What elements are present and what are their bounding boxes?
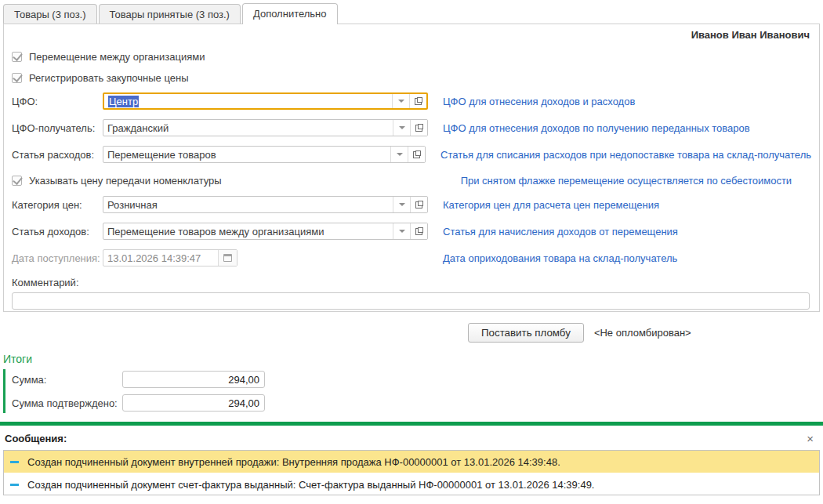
cfo-field[interactable]: Центр: [103, 92, 428, 110]
cfo-receiver-value[interactable]: Гражданский: [103, 120, 393, 136]
totals-section: Сумма: 294,00 Сумма подтверждено: 294,00: [3, 369, 823, 413]
seal-status: <Не опломбирован>: [594, 327, 691, 339]
cfo-receiver-label: ЦФО-получатель:: [12, 122, 103, 134]
checkbox-label: Перемещение между организациями: [29, 51, 205, 63]
open-icon: [415, 124, 423, 132]
message-row[interactable]: Создан подчиненный документ внутренней п…: [4, 451, 819, 473]
checkbox-checked-icon: [12, 73, 22, 83]
expense-item-open-button[interactable]: [408, 147, 425, 162]
receipt-date-calendar-button: [218, 250, 237, 266]
expense-item-field[interactable]: Перемещение товаров: [103, 146, 426, 163]
price-category-dropdown-button[interactable]: [393, 197, 410, 212]
checkbox-move-between-orgs[interactable]: Перемещение между организациями: [12, 51, 811, 62]
income-item-label: Статья доходов:: [12, 226, 103, 237]
price-category-hint: Категория цен для расчета цен перемещени…: [443, 199, 659, 211]
responsible-person: Иванов Иван Иванович: [12, 29, 811, 41]
tab-additional[interactable]: Дополнительно: [242, 3, 338, 24]
cfo-receiver-field[interactable]: Гражданский: [103, 119, 428, 136]
chevron-down-icon: [398, 100, 404, 103]
income-item-hint: Статья для начисления доходов от перемещ…: [443, 226, 678, 237]
tab-goods-accepted[interactable]: Товары принятые (3 поз.): [99, 4, 241, 24]
checkbox-label: Регистрировать закупочные цены: [29, 72, 188, 84]
income-item-dropdown-button[interactable]: [393, 223, 410, 239]
income-item-open-button[interactable]: [410, 223, 427, 239]
expense-item-hint: Статья для списания расходов при недопос…: [441, 149, 811, 161]
chevron-down-icon: [397, 153, 403, 156]
message-text: Создан подчиненный документ внутренней п…: [27, 456, 560, 468]
checkbox-label: Указывать цену передачи номенклатуры: [29, 175, 222, 187]
message-row[interactable]: Создан подчиненный документ счет-фактура…: [4, 473, 819, 495]
tab-goods[interactable]: Товары (3 поз.): [3, 4, 97, 24]
open-icon: [413, 150, 421, 158]
cfo-dropdown-button[interactable]: [392, 94, 409, 108]
price-category-open-button[interactable]: [410, 197, 427, 212]
cfo-label: ЦФО:: [12, 96, 103, 107]
sum-confirmed-label: Сумма подтверждено:: [12, 397, 122, 409]
cfo-receiver-hint: ЦФО для отнесения доходов по получению п…: [443, 122, 750, 134]
expense-item-value[interactable]: Перемещение товаров: [103, 147, 390, 162]
open-icon: [415, 97, 422, 105]
close-icon[interactable]: ×: [807, 434, 814, 444]
chevron-down-icon: [399, 230, 405, 233]
receipt-date-label: Дата поступления:: [12, 252, 103, 264]
comment-label: Комментарий:: [12, 277, 811, 288]
messages-title: Сообщения:: [5, 433, 67, 444]
comment-input[interactable]: [12, 292, 810, 310]
receipt-date-hint: Дата оприходования товара на склад-получ…: [443, 252, 677, 264]
open-icon: [415, 201, 423, 208]
messages-list: Создан подчиненный документ внутренней п…: [3, 450, 820, 495]
message-dash-icon: [10, 461, 19, 463]
cfo-hint: ЦФО для отнесения доходов и расходов: [443, 96, 635, 107]
sum-value: 294,00: [122, 371, 265, 388]
checkbox-checked-icon: [12, 176, 22, 186]
price-category-field[interactable]: Розничная: [103, 196, 428, 213]
receipt-date-field: 13.01.2026 14:39:47: [103, 249, 237, 267]
specify-transfer-price-hint: При снятом флажке перемещение осуществля…: [461, 175, 792, 187]
expense-item-dropdown-button[interactable]: [390, 147, 408, 162]
checkbox-register-purchase-prices[interactable]: Регистрировать закупочные цены: [12, 72, 811, 83]
cfo-open-button[interactable]: [409, 94, 426, 108]
message-text: Создан подчиненный документ счет-фактура…: [27, 479, 594, 491]
calendar-icon: [223, 254, 232, 262]
sum-confirmed-value: 294,00: [122, 394, 265, 412]
sum-label: Сумма:: [12, 374, 122, 386]
checkbox-specify-transfer-price[interactable]: Указывать цену передачи номенклатуры При…: [12, 175, 811, 186]
cfo-value[interactable]: Центр: [104, 94, 392, 108]
receipt-date-value: 13.01.2026 14:39:47: [103, 250, 218, 266]
chevron-down-icon: [399, 203, 405, 206]
cfo-receiver-dropdown-button[interactable]: [393, 120, 410, 136]
price-category-label: Категория цен:: [12, 199, 103, 211]
totals-title: Итоги: [3, 353, 823, 365]
set-seal-button[interactable]: Поставить пломбу: [468, 323, 584, 343]
selected-text: Центр: [108, 96, 139, 107]
expense-item-label: Статья расходов:: [12, 149, 103, 161]
chevron-down-icon: [399, 126, 405, 129]
additional-tab-panel: Иванов Иван Иванович Перемещение между о…: [3, 24, 820, 312]
tab-bar: Товары (3 поз.) Товары принятые (3 поз.)…: [0, 0, 823, 24]
open-icon: [415, 227, 423, 235]
income-item-value[interactable]: Перемещение товаров между организациями: [103, 223, 393, 239]
cfo-receiver-open-button[interactable]: [410, 120, 427, 136]
checkbox-checked-icon: [12, 52, 22, 62]
price-category-value[interactable]: Розничная: [103, 197, 393, 212]
message-dash-icon: [10, 484, 19, 486]
income-item-field[interactable]: Перемещение товаров между организациями: [103, 223, 428, 240]
